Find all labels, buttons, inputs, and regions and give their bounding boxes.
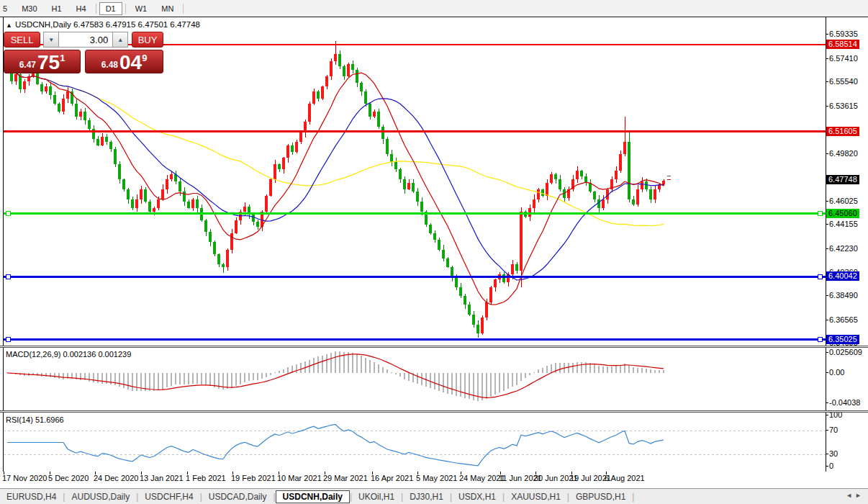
macd-axis-label: -0.04038: [829, 398, 860, 407]
price-axis-label: 6.53615: [829, 102, 858, 110]
axis-tick: [826, 81, 828, 82]
tab-usdcad-daily[interactable]: USDCAD,Daily: [202, 490, 273, 503]
rsi-axis-label: 30: [829, 449, 838, 458]
level-price-label: 6.51605: [826, 127, 859, 136]
axis-tick: [826, 352, 828, 353]
axis-tick: [826, 248, 828, 249]
rsi-label: RSI(14) 51.6966: [6, 415, 64, 424]
chart-icon: ▲: [6, 22, 12, 29]
date-label: 16 Apr 2021: [371, 474, 413, 482]
chart-title: ▲USDCNH,Daily 6.47583 6.47915 6.47501 6.…: [6, 20, 200, 29]
timeframe-button-h1[interactable]: H1: [45, 2, 68, 15]
rsi-axis-label: 0: [829, 462, 833, 470]
price-axis-label: 6.44155: [829, 220, 858, 228]
sell-button[interactable]: SELL: [4, 32, 40, 48]
timeframe-button-d1[interactable]: D1: [99, 2, 122, 15]
tabs-container: EURUSD,H4|AUDUSD,Daily|USDCHF,H4|USDCAD,…: [0, 490, 634, 503]
volume-input[interactable]: [59, 32, 112, 48]
timeframe-toolbar: 5M30H1H4D1W1MN: [0, 0, 868, 17]
date-label: 5 Dec 2020: [48, 474, 89, 482]
price-axis-line: [826, 17, 826, 472]
date-label: 24 Dec 2020: [94, 474, 138, 482]
volume-increase-icon[interactable]: ▲: [112, 32, 128, 48]
tab-gbpusd-h1[interactable]: GBPUSD,H1: [569, 490, 632, 503]
macd-axis-label: 0.00: [829, 368, 844, 377]
sell-price-button[interactable]: 6.47 75 1: [4, 50, 81, 73]
price-axis-label: 6.46025: [829, 197, 858, 205]
price-axis-label: 6.49820: [829, 149, 858, 158]
tab-xauusd-h1[interactable]: XAUUSD,H1: [505, 490, 567, 503]
price-axis-label: 6.57410: [829, 54, 858, 63]
axis-tick: [826, 295, 828, 296]
level-price-label: 6.58514: [826, 40, 859, 49]
date-label: 13 Jan 2021: [140, 474, 184, 482]
axis-tick: [826, 454, 828, 454]
chart-canvas[interactable]: [0, 17, 868, 488]
axis-tick: [826, 372, 828, 373]
tab-usdcnh-daily[interactable]: USDCNH,Daily: [276, 490, 350, 503]
chart-window: ▲USDCNH,Daily 6.47583 6.47915 6.47501 6.…: [0, 17, 868, 488]
axis-tick: [826, 58, 828, 59]
level-price-label: 6.40042: [826, 271, 859, 281]
one-click-trading-panel: SELL ▼ ▲ BUY 6.47 75 1 6.48 04 9: [4, 32, 163, 73]
axis-tick: [826, 466, 828, 467]
chart-title-text: USDCNH,Daily 6.47583 6.47915 6.47501 6.4…: [15, 20, 200, 29]
tab-ukoil-h1[interactable]: UKOil,H1: [352, 490, 401, 503]
axis-tick: [826, 402, 828, 403]
sell-price-prefix: 6.47: [19, 60, 36, 70]
tab-separator: |: [632, 492, 634, 502]
rsi-axis-label: 70: [829, 426, 838, 434]
current-price-label: 6.47748: [826, 175, 859, 184]
timeframe-button-5[interactable]: 5: [0, 2, 14, 15]
axis-tick: [826, 224, 828, 225]
date-label: 29 Mar 2021: [323, 474, 368, 482]
price-axis-label: 6.38490: [829, 291, 858, 300]
axis-tick: [826, 430, 828, 431]
date-label: 5 May 2021: [416, 474, 457, 482]
date-label: 10 Mar 2021: [277, 474, 322, 482]
panel-splitter[interactable]: [0, 346, 868, 348]
date-label: 6 Aug 2021: [605, 474, 645, 482]
axis-tick: [826, 34, 828, 35]
tab-usdchf-h4[interactable]: USDCHF,H4: [138, 490, 199, 503]
buy-button[interactable]: BUY: [132, 32, 163, 48]
tab-nav-arrows: ◄►: [846, 492, 864, 499]
panel-splitter[interactable]: [0, 410, 868, 413]
price-axis-label: 6.55540: [829, 77, 858, 86]
price-axis-label: 6.59335: [829, 30, 858, 38]
tab-usdx-h1[interactable]: USDX,H1: [452, 490, 502, 503]
axis-tick: [826, 201, 828, 202]
tab-nav-left-icon[interactable]: ◄: [846, 492, 855, 499]
axis-tick: [826, 415, 828, 415]
toolbar-separator: [125, 4, 126, 14]
macd-label: MACD(12,26,9) 0.002136 0.001239: [6, 350, 131, 359]
date-label: 19 Feb 2021: [231, 474, 276, 482]
buy-price-pip: 9: [142, 53, 147, 63]
tab-dj30-h1[interactable]: DJ30,H1: [403, 490, 450, 503]
macd-axis-label: 0.025609: [829, 348, 862, 356]
buy-price-prefix: 6.48: [101, 60, 118, 70]
chart-left-border: [3, 17, 4, 472]
tab-nav-right-icon[interactable]: ►: [855, 492, 864, 499]
axis-tick: [826, 153, 828, 154]
timeframe-button-h4[interactable]: H4: [70, 2, 93, 15]
toolbar-separator: [96, 4, 96, 14]
tab-audusd-daily[interactable]: AUDUSD,Daily: [65, 490, 136, 503]
buy-price-main: 04: [119, 52, 142, 73]
buy-price-button[interactable]: 6.48 04 9: [85, 50, 163, 73]
date-label: 1 Feb 2021: [186, 474, 226, 482]
volume-decrease-icon[interactable]: ▼: [43, 32, 59, 48]
date-label: 17 Nov 2020: [2, 474, 47, 482]
chart-tab-bar: EURUSD,H4|AUDUSD,Daily|USDCHF,H4|USDCAD,…: [0, 488, 868, 504]
tab-eurusd-h4[interactable]: EURUSD,H4: [0, 490, 63, 503]
timeframe-button-mn[interactable]: MN: [155, 2, 180, 15]
price-axis-label: 6.42230: [829, 244, 858, 253]
axis-tick: [826, 320, 828, 320]
sell-price-main: 75: [37, 52, 60, 73]
toolbar-separator: [183, 4, 184, 14]
axis-tick: [826, 106, 828, 107]
level-price-label: 6.45060: [826, 209, 859, 218]
level-price-label: 6.35025: [826, 335, 859, 344]
timeframe-button-w1[interactable]: W1: [129, 2, 154, 15]
timeframe-button-m30[interactable]: M30: [15, 2, 43, 15]
